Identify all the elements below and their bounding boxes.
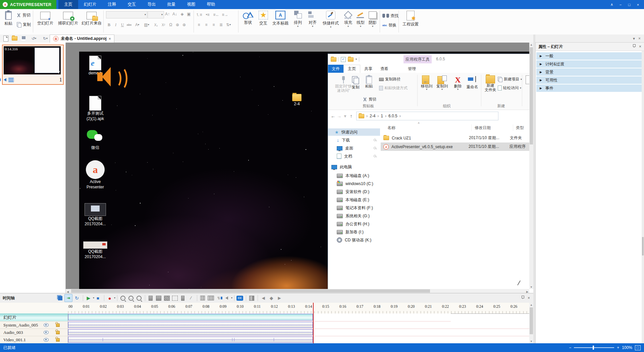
- video-timebar[interactable]: [68, 337, 313, 343]
- zoom-slider[interactable]: [574, 347, 614, 348]
- replace-button[interactable]: abc替换: [382, 22, 396, 28]
- easy-access-button[interactable]: 轻松访问▾: [498, 85, 521, 91]
- close-tab-icon[interactable]: ×: [109, 37, 111, 41]
- explorer-tab-view[interactable]: 查看: [376, 65, 392, 73]
- minimize-icon[interactable]: −: [617, 2, 624, 8]
- file-row-activepresenter-setup[interactable]: a ActivePresenter_v6.0.5_setup.exe 2017/…: [381, 142, 529, 151]
- align-left-icon[interactable]: ≡: [196, 22, 202, 28]
- symbol-icon[interactable]: Ω: [168, 22, 174, 28]
- italic-icon[interactable]: I: [113, 22, 119, 28]
- timeline-ruler[interactable]: 0:000:010:020:030:040:050:060:070:080:09…: [0, 303, 529, 314]
- explorer-tab-file[interactable]: 文件: [328, 65, 343, 73]
- sidebar-item-drive-a[interactable]: 本地磁盘 (A:): [328, 172, 380, 179]
- cut-button[interactable]: 剪切: [363, 97, 376, 102]
- insert-frames-icon[interactable]: [199, 294, 206, 302]
- shadow-button[interactable]: 阴影▾: [367, 11, 378, 27]
- add-keyframe-icon[interactable]: ◆: [268, 294, 275, 302]
- track-row-video[interactable]: Video_001.1: [0, 336, 529, 344]
- insert-audio-options-icon[interactable]: ▾: [231, 297, 232, 299]
- app-logo[interactable]: a ACTIVEPRESENTER: [0, 0, 56, 9]
- lock-icon[interactable]: [56, 331, 60, 334]
- document-tab[interactable]: a 未命名 - Untitled.approj ×: [50, 35, 114, 43]
- rename-button[interactable]: 重命名: [464, 76, 480, 89]
- align-right-icon[interactable]: ≡: [211, 22, 217, 28]
- sidebar-item-desktop[interactable]: 桌面: [328, 144, 380, 152]
- stop-button[interactable]: ■: [94, 294, 102, 302]
- capture-slide-button[interactable]: 捕获幻灯片: [56, 12, 80, 26]
- maximize-icon[interactable]: □: [626, 2, 633, 8]
- zoom-out-icon[interactable]: −: [569, 345, 571, 350]
- font-color-icon[interactable]: A▾: [134, 22, 140, 28]
- sidebar-item-drive-i[interactable]: 新加卷 (I:): [328, 228, 380, 236]
- column-header-date[interactable]: 修改日期: [475, 124, 491, 132]
- text-caption-button[interactable]: A 文本标题: [271, 11, 290, 26]
- properties-qat-icon[interactable]: ✓: [341, 57, 346, 62]
- lock-icon[interactable]: [56, 324, 60, 327]
- all-slides-toggle-icon[interactable]: [56, 294, 64, 302]
- collapse-ribbon-icon[interactable]: ∧: [608, 2, 615, 8]
- track-row-system-audio[interactable]: System_Audio_005: [0, 321, 529, 329]
- zoom-out-icon[interactable]: −: [119, 294, 126, 302]
- zoom-slider-thumb[interactable]: [593, 346, 594, 350]
- desktop-icon-qq-screenshot-1[interactable]: QQ截图 20170204...: [80, 203, 111, 227]
- forward-icon[interactable]: →: [336, 113, 342, 119]
- loop-toggle-icon[interactable]: ↻: [73, 294, 80, 302]
- insert-audio-icon[interactable]: [223, 294, 230, 302]
- record-button[interactable]: ●: [106, 294, 113, 302]
- find-button[interactable]: 查找: [382, 13, 398, 19]
- closed-caption-icon[interactable]: CC: [236, 294, 244, 302]
- align-center-icon[interactable]: ≡: [203, 22, 209, 28]
- slide-1[interactable]: e demo.h 多开测试 (2)(1).apk 微信 a Activ: [79, 52, 529, 289]
- panel-close-icon[interactable]: ×: [638, 36, 641, 41]
- sidebar-item-downloads[interactable]: ↓ 下载: [328, 136, 380, 144]
- sidebar-item-drive-e[interactable]: 本地磁盘 (E:): [328, 196, 380, 203]
- recent-locations-icon[interactable]: ▾: [342, 115, 348, 117]
- superscript-icon[interactable]: X²: [160, 22, 166, 28]
- timeline-playhead[interactable]: [313, 303, 314, 344]
- fit-to-window-icon[interactable]: [635, 345, 641, 350]
- track-row-slide[interactable]: 幻灯片: [0, 313, 451, 321]
- font-size-select[interactable]: ▾: [148, 11, 164, 18]
- line-style-button[interactable]: 线型▾: [355, 11, 366, 27]
- new-folder-qat-icon[interactable]: [348, 57, 354, 62]
- scrollbar-thumb[interactable]: [530, 47, 533, 144]
- pin-timeline-icon[interactable]: [522, 296, 524, 299]
- menu-batch[interactable]: 批量: [162, 0, 181, 9]
- speed-change-icon[interactable]: ⁄: [187, 294, 195, 302]
- record-options-icon[interactable]: ▾: [114, 297, 115, 299]
- save-icon[interactable]: [19, 35, 27, 42]
- grow-font-icon[interactable]: A↑: [164, 11, 170, 17]
- sidebar-item-drive-g[interactable]: 系统相关 (G:): [328, 212, 380, 220]
- breadcrumb[interactable]: › 2-4 › 1 › 6.0.5 ›: [356, 112, 498, 120]
- qat-customize-icon[interactable]: ▾: [356, 58, 357, 60]
- zoom-fit-icon[interactable]: ↔: [127, 294, 135, 302]
- explorer-tab-home[interactable]: 主页: [343, 65, 360, 73]
- fill-button[interactable]: 填充▾: [342, 11, 354, 27]
- cut-time-icon[interactable]: [179, 294, 186, 302]
- menu-view[interactable]: 视图: [181, 0, 201, 9]
- scroll-down-icon[interactable]: ▼: [529, 339, 533, 343]
- project-settings-button[interactable]: 工程设置: [401, 11, 420, 27]
- properties-section-general[interactable]: ▶一般: [536, 52, 643, 60]
- visibility-icon[interactable]: [44, 331, 49, 334]
- sidebar-item-drive-c[interactable]: windows10 (C:): [328, 180, 380, 187]
- visibility-icon[interactable]: [44, 338, 49, 342]
- insert-time-icon[interactable]: [171, 294, 178, 302]
- clear-format-icon[interactable]: ◈: [179, 11, 185, 17]
- menu-export[interactable]: 导出: [142, 0, 162, 9]
- cut-button[interactable]: 剪切: [17, 12, 31, 18]
- desktop-icon-wechat[interactable]: 微信: [80, 129, 111, 150]
- numbered-list-icon[interactable]: ⒈≡: [196, 12, 202, 18]
- close-panel-icon[interactable]: ×: [639, 44, 641, 49]
- previous-keyframe-icon[interactable]: ◀: [260, 294, 267, 302]
- sidebar-item-cd-drive[interactable]: CD 驱动器 (K:): [328, 236, 380, 244]
- copy-button[interactable]: 复制: [17, 22, 31, 27]
- canvas[interactable]: e demo.h 多开测试 (2)(1).apk 微信 a Activ: [66, 43, 529, 289]
- copy-path-button[interactable]: 复制路径: [379, 77, 400, 82]
- file-explorer-window[interactable]: ✓ ▾ 应用程序工具 6.0.5 文件 主页 共享 查看 管理: [328, 54, 529, 289]
- decrease-indent-icon[interactable]: ≡←: [213, 12, 219, 18]
- close-icon[interactable]: ×: [635, 2, 641, 8]
- lock-icon[interactable]: [56, 338, 60, 342]
- breadcrumb-item[interactable]: 1: [381, 114, 383, 118]
- menu-annotation[interactable]: 注释: [102, 0, 122, 9]
